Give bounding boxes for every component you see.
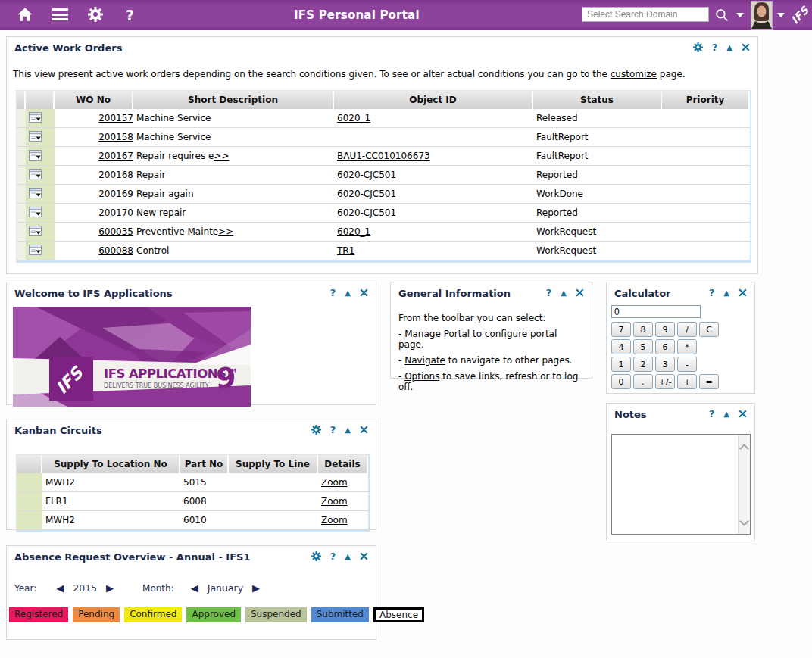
notes-textarea[interactable] [611, 434, 751, 535]
search-icon[interactable] [715, 8, 729, 22]
user-menu-dropdown-icon[interactable] [777, 13, 785, 17]
wo-no-link[interactable]: 200169 [98, 189, 133, 199]
month-prev-icon[interactable]: ◀ [191, 583, 198, 593]
ifs-logo[interactable]: IFS [785, 0, 812, 30]
panel-settings-icon[interactable] [311, 425, 321, 435]
object-id-link[interactable]: 6020-CJC501 [337, 207, 396, 218]
year-prev-icon[interactable]: ◀ [56, 583, 64, 593]
zoom-link[interactable]: Zoom [321, 496, 348, 507]
column-header[interactable]: Details [318, 455, 368, 473]
column-header[interactable]: Status [533, 91, 662, 109]
panel-settings-icon[interactable] [311, 551, 321, 561]
row-selector-cell[interactable] [17, 473, 42, 492]
panel-collapse-icon[interactable]: ▲ [723, 288, 729, 297]
panel-help-icon[interactable]: ? [330, 425, 336, 435]
wo-no-link[interactable]: 600035 [98, 226, 133, 237]
calc-button[interactable]: - [677, 357, 697, 372]
calc-button[interactable]: 4 [611, 339, 631, 354]
description-more-link[interactable]: >> [218, 226, 233, 237]
row-menu-icon[interactable] [29, 131, 42, 142]
panel-close-icon[interactable] [742, 43, 750, 51]
calc-button[interactable]: + [677, 374, 697, 389]
calc-button[interactable]: C [699, 322, 719, 337]
row-menu-icon[interactable] [29, 245, 42, 255]
row-selector-cell[interactable] [17, 223, 26, 242]
panel-collapse-icon[interactable]: ▲ [345, 552, 351, 560]
wo-no-link[interactable]: 600088 [98, 245, 133, 256]
wo-no-link[interactable]: 200167 [98, 151, 133, 161]
calculator-display[interactable] [611, 305, 701, 318]
menu-icon[interactable] [52, 8, 68, 23]
general-info-link[interactable]: Options [404, 371, 439, 382]
calc-button[interactable]: 9 [655, 322, 675, 337]
row-selector-cell[interactable] [17, 166, 26, 185]
panel-close-icon[interactable] [360, 552, 368, 560]
description-more-link[interactable]: >> [214, 151, 229, 161]
ifs-applications-banner[interactable]: IFS IFS APPLICATIONS™ 9 DELIVERS TRUE BU… [13, 307, 376, 407]
panel-close-icon[interactable] [739, 288, 747, 297]
column-header[interactable]: Supply To Line [229, 455, 318, 473]
row-selector-cell[interactable] [17, 492, 42, 511]
panel-collapse-icon[interactable]: ▲ [561, 288, 567, 297]
calc-button[interactable]: * [677, 339, 697, 354]
row-selector-cell[interactable] [17, 204, 26, 223]
panel-close-icon[interactable] [576, 288, 584, 297]
row-menu-icon[interactable] [29, 226, 42, 236]
panel-help-icon[interactable]: ? [546, 288, 552, 298]
zoom-link[interactable]: Zoom [321, 515, 348, 525]
home-icon[interactable] [17, 7, 33, 22]
help-icon[interactable]: ? [126, 6, 134, 24]
calc-button[interactable]: 1 [611, 357, 631, 372]
object-id-link[interactable]: 6020_1 [337, 113, 370, 123]
general-info-link[interactable]: Navigate [404, 355, 445, 366]
row-menu-icon[interactable] [29, 112, 42, 123]
panel-close-icon[interactable] [360, 288, 368, 297]
search-domain-input[interactable] [582, 7, 709, 22]
calc-button[interactable]: 7 [611, 322, 631, 337]
calc-button[interactable]: / [677, 322, 697, 337]
calc-button[interactable]: 6 [655, 339, 675, 354]
notes-input[interactable] [612, 435, 739, 534]
object-id-link[interactable]: 6020-CJC501 [337, 189, 396, 199]
row-selector-cell[interactable] [17, 242, 26, 260]
calc-button[interactable]: . [633, 374, 653, 389]
panel-close-icon[interactable] [360, 426, 368, 434]
wo-no-link[interactable]: 200157 [98, 113, 133, 123]
calc-button[interactable]: 0 [611, 374, 631, 389]
row-menu-icon[interactable] [29, 207, 42, 217]
panel-help-icon[interactable]: ? [712, 42, 718, 52]
panel-collapse-icon[interactable]: ▲ [345, 288, 351, 297]
wo-no-link[interactable]: 200158 [98, 132, 133, 142]
customize-link[interactable]: customize [611, 69, 657, 80]
column-header[interactable]: Supply To Location No [42, 455, 180, 473]
panel-help-icon[interactable]: ? [709, 409, 715, 419]
object-id-link[interactable]: TR1 [337, 245, 354, 256]
month-next-icon[interactable]: ▶ [252, 583, 260, 593]
panel-help-icon[interactable]: ? [330, 288, 336, 298]
row-selector-cell[interactable] [17, 185, 26, 204]
scroll-up-icon[interactable] [739, 444, 749, 454]
row-selector-cell[interactable] [17, 109, 26, 128]
row-selector-cell[interactable] [17, 511, 42, 530]
calc-button[interactable]: 5 [633, 339, 653, 354]
row-menu-icon[interactable] [29, 169, 42, 179]
column-header[interactable]: Priority [662, 91, 750, 109]
column-header[interactable]: WO No [55, 91, 133, 109]
panel-help-icon[interactable]: ? [709, 288, 715, 298]
object-id-link[interactable]: 6020-CJC501 [337, 170, 396, 180]
search-dropdown-icon[interactable] [736, 13, 744, 17]
wo-no-link[interactable]: 200168 [98, 170, 133, 180]
scroll-down-icon[interactable] [739, 516, 749, 526]
calc-button[interactable]: 8 [633, 322, 653, 337]
avatar[interactable] [751, 2, 772, 29]
column-header[interactable]: Short Description [133, 91, 334, 109]
zoom-link[interactable]: Zoom [321, 477, 348, 488]
row-selector-cell[interactable] [17, 128, 26, 147]
year-next-icon[interactable]: ▶ [106, 583, 114, 593]
panel-collapse-icon[interactable]: ▲ [723, 410, 729, 418]
calc-button[interactable]: 2 [633, 357, 653, 372]
panel-collapse-icon[interactable]: ▲ [345, 426, 351, 434]
settings-icon[interactable] [88, 7, 103, 22]
row-menu-icon[interactable] [29, 188, 42, 198]
column-header[interactable]: Part No [180, 455, 229, 473]
